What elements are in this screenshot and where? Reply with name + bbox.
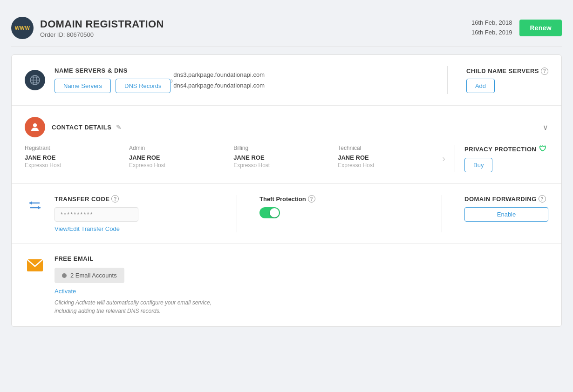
free-email-section: FREE EMAIL 2 Email Accounts Activate Cli… xyxy=(12,244,561,326)
ns-icon xyxy=(25,70,45,90)
transfer-icon xyxy=(25,195,45,216)
svg-marker-7 xyxy=(29,201,32,205)
child-name-servers: CHILD NAME SERVERS ? Add xyxy=(466,68,548,93)
main-card: NAME SERVERS & DNS Name Servers DNS Reco… xyxy=(11,54,562,327)
renew-button[interactable]: Renew xyxy=(519,20,562,36)
header-titles: DOMAIN REGISTRATION Order ID: 80670500 xyxy=(40,18,164,38)
page-header: WWW DOMAIN REGISTRATION Order ID: 806705… xyxy=(11,9,562,47)
domain-forwarding-section: DOMAIN FORWARDING ? Enable xyxy=(464,195,548,222)
domain-fwd-help-icon[interactable]: ? xyxy=(539,195,546,203)
contact-body: Registrant JANE ROE Expresso Host Admin … xyxy=(25,145,548,172)
transfer-title: TRANSFER CODE ? xyxy=(55,195,214,203)
view-edit-transfer-link[interactable]: View/Edit Transfer Code xyxy=(55,225,214,232)
dns-records-button[interactable]: DNS Records xyxy=(116,79,170,93)
contact-col-admin: Admin JANE ROE Expresso Host xyxy=(129,145,233,169)
contact-vertical-divider xyxy=(455,145,455,172)
contact-columns: Registrant JANE ROE Expresso Host Admin … xyxy=(25,145,442,169)
transfer-code-input[interactable] xyxy=(55,207,138,222)
ns-title: NAME SERVERS & DNS xyxy=(55,67,171,74)
edit-icon[interactable]: ✎ xyxy=(116,123,122,131)
ns-vertical-divider xyxy=(447,66,448,94)
contact-details-section: CONTACT DETAILS ✎ ∨ Registrant JANE ROE … xyxy=(12,106,561,184)
email-icon xyxy=(25,255,45,276)
transfer-content: TRANSFER CODE ? View/Edit Transfer Code xyxy=(55,195,214,232)
shield-icon: 🛡 xyxy=(539,145,547,153)
name-servers-section: NAME SERVERS & DNS Name Servers DNS Reco… xyxy=(12,55,561,106)
svg-point-5 xyxy=(33,123,37,127)
ns-dns-list: dns3.parkpage.foundationapi.com dns4.par… xyxy=(173,69,265,91)
top-divider xyxy=(11,47,562,47)
contact-col-technical: Technical JANE ROE Expresso Host xyxy=(338,145,442,169)
transfer-inner: TRANSFER CODE ? View/Edit Transfer Code … xyxy=(25,195,548,232)
email-accounts-badge: 2 Email Accounts xyxy=(55,268,124,283)
transfer-vertical-divider-2 xyxy=(442,195,442,232)
name-servers-button[interactable]: Name Servers xyxy=(55,79,111,93)
add-child-ns-button[interactable]: Add xyxy=(466,79,495,93)
transfer-help-icon[interactable]: ? xyxy=(111,195,119,203)
contact-col-billing: Billing JANE ROE Expresso Host xyxy=(233,145,338,169)
enable-domain-fwd-button[interactable]: Enable xyxy=(464,207,548,222)
person-icon xyxy=(29,122,41,133)
contact-col-registrant: Registrant JANE ROE Expresso Host xyxy=(25,145,129,169)
transfer-section: TRANSFER CODE ? View/Edit Transfer Code … xyxy=(12,184,561,244)
buy-privacy-button[interactable]: Buy xyxy=(464,158,492,172)
email-title: FREE EMAIL xyxy=(55,255,548,262)
email-dot xyxy=(62,273,67,278)
email-note: Clicking Activate will automatically con… xyxy=(55,298,222,315)
header-right: 16th Feb, 2018 16th Feb, 2019 Renew xyxy=(471,18,562,38)
order-id: Order ID: 80670500 xyxy=(40,31,164,38)
contact-title-row: CONTACT DETAILS ✎ xyxy=(52,123,122,131)
chevron-down-icon[interactable]: ∨ xyxy=(543,123,548,132)
privacy-title: PRIVACY PROTECTION 🛡 xyxy=(464,145,547,153)
activate-link[interactable]: Activate xyxy=(55,288,548,295)
envelope-icon xyxy=(27,259,43,272)
arrows-icon xyxy=(27,197,43,214)
ns-arrow: › xyxy=(171,75,174,86)
theft-content: Theft Protection ? xyxy=(259,195,419,220)
toggle-thumb xyxy=(270,208,279,217)
ns-buttons: Name Servers DNS Records xyxy=(55,79,171,93)
contact-arrow: › xyxy=(442,153,445,164)
header-dates: 16th Feb, 2018 16th Feb, 2019 xyxy=(471,18,512,38)
email-content: FREE EMAIL 2 Email Accounts Activate Cli… xyxy=(55,255,548,315)
domain-icon: WWW xyxy=(11,17,34,39)
svg-marker-9 xyxy=(38,206,41,210)
contact-title: CONTACT DETAILS xyxy=(52,124,111,131)
theft-title: Theft Protection ? xyxy=(259,195,419,203)
domain-fwd-title: DOMAIN FORWARDING ? xyxy=(464,195,548,203)
child-ns-title: CHILD NAME SERVERS ? xyxy=(466,68,548,75)
transfer-vertical-divider-1 xyxy=(237,195,237,232)
contact-header-left: CONTACT DETAILS ✎ xyxy=(25,117,122,137)
contact-icon xyxy=(25,117,45,137)
globe-icon xyxy=(29,74,41,86)
child-ns-help-icon[interactable]: ? xyxy=(541,68,548,75)
header-left: WWW DOMAIN REGISTRATION Order ID: 806705… xyxy=(11,17,164,39)
theft-help-icon[interactable]: ? xyxy=(308,195,315,203)
theft-protection-toggle[interactable] xyxy=(259,207,280,218)
privacy-section: PRIVACY PROTECTION 🛡 Buy xyxy=(464,145,548,172)
page-title: DOMAIN REGISTRATION xyxy=(40,18,164,30)
